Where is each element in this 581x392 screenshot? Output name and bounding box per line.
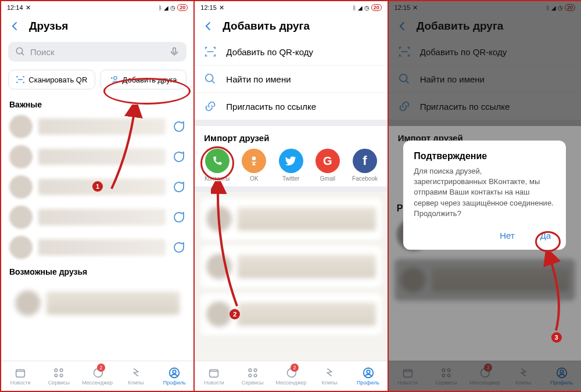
nav-news[interactable]: Новости [195,361,233,391]
page-title: Добавить друга [223,20,310,33]
suggestion-card[interactable] [200,198,381,240]
page-title: Друзья [29,20,68,33]
clips-icon [323,366,336,379]
panel-1-friends: 12:14✕ ᛒ ◢ ◷ 20 Друзья Поиск Сканировать… [0,0,193,392]
svg-point-15 [249,374,252,377]
svg-point-11 [252,157,256,161]
import-ok[interactable]: OK [242,149,266,182]
annotation-step-3: 3 [551,332,562,343]
import-contacts[interactable]: Контакты [205,149,229,182]
phone-icon [211,155,223,167]
nav-clips[interactable]: Клипы [310,361,349,391]
svg-rect-1 [173,48,176,53]
svg-point-0 [16,48,23,54]
volume-off-icon: ✕ [219,4,224,12]
menu-block: Добавить по QR-коду Найти по имени Пригл… [195,38,387,120]
search-input[interactable]: Поиск [8,42,187,62]
friend-row[interactable] [1,142,193,172]
svg-point-4 [55,369,58,372]
confirm-dialog: Подтверждение Для поиска друзей, зарегис… [403,141,566,250]
status-bar: 12:14✕ ᛒ ◢ ◷ 20 [1,1,193,14]
import-title: Импорт друзей [195,126,387,146]
import-gmail[interactable]: GGmail [315,149,340,182]
svg-point-9 [173,370,176,373]
svg-point-18 [367,370,370,373]
add-friend-button[interactable]: Добавить друга [100,70,187,89]
qr-scan-icon [204,45,217,58]
nav-services[interactable]: Сервисы [40,361,78,391]
status-time: 12:15 [200,4,217,11]
search-placeholder: Поиск [30,47,55,57]
message-icon[interactable] [171,240,185,254]
header: Добавить друга [195,14,387,38]
import-sources-row: Контакты OK Twitter GGmail fFacebook [195,146,387,186]
nav-messenger[interactable]: Мессенджер2 [78,361,117,391]
nav-clips[interactable]: Клипы [117,361,155,391]
action-row: Сканировать QR Добавить друга [1,67,193,95]
svg-point-5 [60,369,63,372]
mic-icon[interactable] [169,46,180,57]
dialog-title: Подтверждение [414,151,555,161]
panel-3-confirm: 12:15✕ ᛒ◢◷20 Добавить друга Добавить по … [388,0,581,392]
svg-point-16 [254,374,257,377]
qr-scan-icon [16,75,25,84]
menu-label: Пригласить по ссылке [226,102,316,112]
menu-label: Найти по имени [226,74,290,84]
nav-messenger[interactable]: Мессенджер2 [272,361,310,391]
svg-point-6 [55,374,58,377]
back-icon[interactable] [9,20,21,32]
clips-icon [130,366,142,379]
suggestion-card[interactable] [200,293,381,335]
svg-rect-3 [16,370,25,377]
friend-row[interactable] [1,202,193,232]
suggestion-card[interactable] [9,282,185,324]
search-icon [15,46,26,57]
menu-label: Добавить по QR-коду [226,47,313,57]
svg-point-10 [206,74,213,82]
volume-off-icon: ✕ [26,4,31,12]
svg-point-7 [60,374,63,377]
facebook-icon: f [363,153,367,168]
section-divider [195,120,387,126]
link-icon [204,100,217,113]
menu-find-by-name[interactable]: Найти по имени [195,66,387,93]
back-icon[interactable] [203,20,214,32]
services-icon [246,366,259,379]
message-icon[interactable] [171,210,185,224]
section-important: Важные [1,95,193,112]
message-icon[interactable] [171,180,185,194]
import-twitter[interactable]: Twitter [279,149,303,182]
bluetooth-icon: ᛒ [159,5,162,11]
bottom-nav: Новости Сервисы Мессенджер2 Клипы Профил… [195,361,387,391]
status-bar: 12:15✕ ᛒ◢◷20 [195,1,387,14]
nav-news[interactable]: Новости [1,361,40,391]
bottom-nav: Новости Сервисы Мессенджер2 Клипы Профил… [1,361,193,391]
svg-point-13 [249,369,252,372]
scan-qr-button[interactable]: Сканировать QR [8,70,95,89]
gmail-icon: G [323,154,332,168]
dialog-body: Для поиска друзей, зарегистрированных ВК… [414,166,555,219]
recommendations-list [195,192,387,361]
svg-point-2 [113,77,116,80]
dialog-no-button[interactable]: Нет [495,227,519,244]
nav-profile[interactable]: Профиль [155,361,193,391]
suggestion-card[interactable] [200,246,381,287]
add-friend-label: Добавить друга [123,75,177,84]
message-icon[interactable] [171,120,185,134]
panel-2-add-friend: 12:15✕ ᛒ◢◷20 Добавить друга Добавить по … [193,0,387,392]
modal-overlay: Подтверждение Для поиска друзей, зарегис… [389,1,581,391]
friend-row[interactable] [1,232,193,262]
svg-point-14 [254,369,257,372]
dialog-yes-button[interactable]: Да [536,227,556,244]
message-icon[interactable] [171,150,185,164]
nav-services[interactable]: Сервисы [234,361,272,391]
friend-row[interactable] [1,112,193,142]
profile-icon [168,366,181,379]
import-facebook[interactable]: fFacebook [352,149,378,182]
scan-qr-label: Сканировать QR [28,75,87,84]
header: Друзья [1,14,193,38]
services-icon [52,366,65,379]
menu-invite-link[interactable]: Пригласить по ссылке [195,93,387,120]
nav-profile[interactable]: Профиль [349,361,387,391]
menu-add-by-qr[interactable]: Добавить по QR-коду [195,38,387,66]
